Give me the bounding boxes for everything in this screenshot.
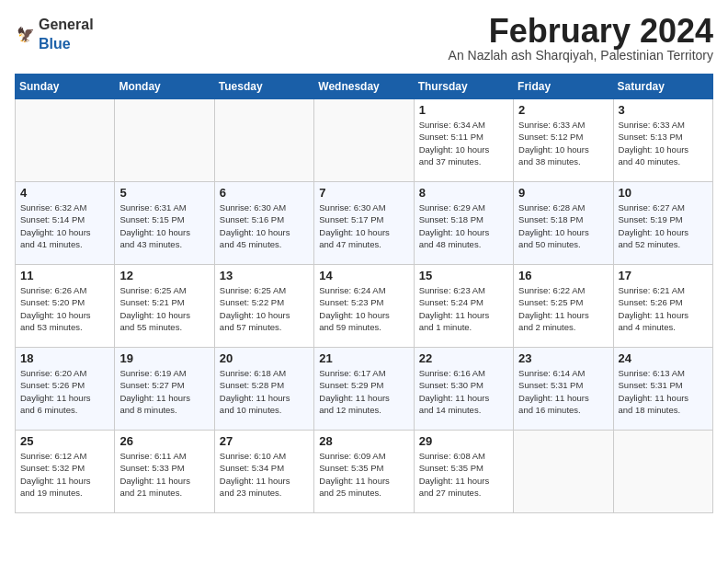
calendar-cell	[514, 431, 613, 513]
day-header-friday: Friday	[514, 75, 613, 99]
calendar-week-1: 1Sunrise: 6:34 AM Sunset: 5:11 PM Daylig…	[16, 99, 713, 182]
day-number: 2	[518, 103, 608, 117]
calendar-cell: 6Sunrise: 6:30 AM Sunset: 5:16 PM Daylig…	[214, 182, 313, 265]
day-info: Sunrise: 6:19 AM Sunset: 5:27 PM Dayligh…	[119, 367, 209, 416]
day-number: 3	[619, 103, 708, 117]
day-number: 9	[518, 186, 608, 200]
day-number: 21	[319, 351, 408, 365]
day-info: Sunrise: 6:23 AM Sunset: 5:24 PM Dayligh…	[419, 284, 508, 333]
calendar-cell: 1Sunrise: 6:34 AM Sunset: 5:11 PM Daylig…	[414, 99, 513, 182]
day-number: 24	[619, 351, 708, 365]
day-info: Sunrise: 6:34 AM Sunset: 5:11 PM Dayligh…	[419, 119, 508, 167]
calendar-cell: 7Sunrise: 6:30 AM Sunset: 5:17 PM Daylig…	[314, 182, 414, 265]
calendar-cell: 23Sunrise: 6:14 AM Sunset: 5:31 PM Dayli…	[514, 348, 613, 431]
day-header-tuesday: Tuesday	[214, 75, 313, 99]
calendar-cell	[314, 99, 414, 182]
calendar-cell: 22Sunrise: 6:16 AM Sunset: 5:30 PM Dayli…	[414, 348, 513, 431]
day-info: Sunrise: 6:30 AM Sunset: 5:17 PM Dayligh…	[319, 201, 408, 250]
svg-text:🦅: 🦅	[17, 26, 35, 43]
day-number: 26	[119, 434, 209, 448]
day-header-thursday: Thursday	[414, 75, 513, 99]
calendar-cell: 29Sunrise: 6:08 AM Sunset: 5:35 PM Dayli…	[414, 431, 513, 513]
day-info: Sunrise: 6:18 AM Sunset: 5:28 PM Dayligh…	[220, 367, 309, 416]
calendar-cell: 27Sunrise: 6:10 AM Sunset: 5:34 PM Dayli…	[214, 431, 313, 513]
day-info: Sunrise: 6:31 AM Sunset: 5:15 PM Dayligh…	[119, 201, 209, 250]
day-number: 23	[518, 351, 608, 365]
day-header-wednesday: Wednesday	[314, 75, 414, 99]
day-number: 29	[419, 434, 508, 448]
calendar-week-4: 18Sunrise: 6:20 AM Sunset: 5:26 PM Dayli…	[16, 348, 713, 431]
day-info: Sunrise: 6:25 AM Sunset: 5:22 PM Dayligh…	[220, 284, 309, 333]
calendar-cell: 5Sunrise: 6:31 AM Sunset: 5:15 PM Daylig…	[115, 182, 214, 265]
calendar-cell: 10Sunrise: 6:27 AM Sunset: 5:19 PM Dayli…	[613, 182, 712, 265]
day-number: 16	[518, 269, 608, 282]
day-info: Sunrise: 6:08 AM Sunset: 5:35 PM Dayligh…	[419, 450, 508, 499]
calendar-cell: 25Sunrise: 6:12 AM Sunset: 5:32 PM Dayli…	[16, 431, 115, 513]
day-info: Sunrise: 6:10 AM Sunset: 5:34 PM Dayligh…	[220, 450, 309, 499]
calendar-cell: 3Sunrise: 6:33 AM Sunset: 5:13 PM Daylig…	[613, 99, 712, 182]
calendar-cell: 17Sunrise: 6:21 AM Sunset: 5:26 PM Dayli…	[613, 265, 712, 348]
day-number: 15	[419, 269, 508, 282]
day-info: Sunrise: 6:24 AM Sunset: 5:23 PM Dayligh…	[319, 284, 408, 333]
day-info: Sunrise: 6:33 AM Sunset: 5:12 PM Dayligh…	[518, 119, 608, 167]
day-number: 20	[220, 351, 309, 365]
calendar-cell: 14Sunrise: 6:24 AM Sunset: 5:23 PM Dayli…	[314, 265, 414, 348]
day-number: 13	[220, 269, 309, 282]
calendar-cell: 11Sunrise: 6:26 AM Sunset: 5:20 PM Dayli…	[16, 265, 115, 348]
header: 🦅 General Blue February 2024 An Nazlah a…	[15, 15, 713, 70]
day-number: 6	[220, 186, 309, 200]
day-number: 25	[20, 434, 109, 448]
day-info: Sunrise: 6:17 AM Sunset: 5:29 PM Dayligh…	[319, 367, 408, 416]
day-number: 18	[20, 351, 109, 365]
day-number: 22	[419, 351, 508, 365]
calendar-cell: 26Sunrise: 6:11 AM Sunset: 5:33 PM Dayli…	[115, 431, 214, 513]
day-header-sunday: Sunday	[16, 75, 115, 99]
calendar-cell	[214, 99, 313, 182]
day-info: Sunrise: 6:13 AM Sunset: 5:31 PM Dayligh…	[619, 367, 708, 416]
day-info: Sunrise: 6:28 AM Sunset: 5:18 PM Dayligh…	[518, 201, 608, 250]
calendar-cell: 12Sunrise: 6:25 AM Sunset: 5:21 PM Dayli…	[115, 265, 214, 348]
day-info: Sunrise: 6:12 AM Sunset: 5:32 PM Dayligh…	[20, 450, 109, 499]
day-info: Sunrise: 6:20 AM Sunset: 5:26 PM Dayligh…	[20, 367, 109, 416]
calendar-cell: 13Sunrise: 6:25 AM Sunset: 5:22 PM Dayli…	[214, 265, 313, 348]
day-info: Sunrise: 6:14 AM Sunset: 5:31 PM Dayligh…	[518, 367, 608, 416]
day-info: Sunrise: 6:33 AM Sunset: 5:13 PM Dayligh…	[619, 119, 708, 167]
calendar-header-row: SundayMondayTuesdayWednesdayThursdayFrid…	[16, 75, 713, 99]
logo-icon: 🦅	[17, 23, 39, 45]
day-number: 19	[119, 351, 209, 365]
calendar-cell: 8Sunrise: 6:29 AM Sunset: 5:18 PM Daylig…	[414, 182, 513, 265]
day-info: Sunrise: 6:11 AM Sunset: 5:33 PM Dayligh…	[119, 450, 209, 499]
calendar-cell: 2Sunrise: 6:33 AM Sunset: 5:12 PM Daylig…	[514, 99, 613, 182]
calendar-cell: 15Sunrise: 6:23 AM Sunset: 5:24 PM Dayli…	[414, 265, 513, 348]
calendar-cell: 24Sunrise: 6:13 AM Sunset: 5:31 PM Dayli…	[613, 348, 712, 431]
calendar-week-3: 11Sunrise: 6:26 AM Sunset: 5:20 PM Dayli…	[16, 265, 713, 348]
day-number: 8	[419, 186, 508, 200]
logo-blue-text: Blue	[39, 36, 71, 52]
day-number: 1	[419, 103, 508, 117]
calendar-cell: 4Sunrise: 6:32 AM Sunset: 5:14 PM Daylig…	[16, 182, 115, 265]
day-info: Sunrise: 6:25 AM Sunset: 5:21 PM Dayligh…	[119, 284, 209, 333]
month-title: February 2024	[449, 15, 713, 48]
calendar-week-2: 4Sunrise: 6:32 AM Sunset: 5:14 PM Daylig…	[16, 182, 713, 265]
calendar-cell	[613, 431, 712, 513]
day-number: 10	[619, 186, 708, 200]
day-info: Sunrise: 6:09 AM Sunset: 5:35 PM Dayligh…	[319, 450, 408, 499]
location-subtitle: An Nazlah ash Sharqiyah, Palestinian Ter…	[449, 48, 713, 63]
day-info: Sunrise: 6:30 AM Sunset: 5:16 PM Dayligh…	[220, 201, 309, 250]
day-info: Sunrise: 6:22 AM Sunset: 5:25 PM Dayligh…	[518, 284, 608, 333]
day-info: Sunrise: 6:21 AM Sunset: 5:26 PM Dayligh…	[619, 284, 708, 333]
day-info: Sunrise: 6:29 AM Sunset: 5:18 PM Dayligh…	[419, 201, 508, 250]
calendar-week-5: 25Sunrise: 6:12 AM Sunset: 5:32 PM Dayli…	[16, 431, 713, 513]
logo-general-text: General	[39, 17, 94, 32]
day-number: 28	[319, 434, 408, 448]
day-info: Sunrise: 6:32 AM Sunset: 5:14 PM Dayligh…	[20, 201, 109, 250]
day-number: 14	[319, 269, 408, 282]
day-number: 5	[119, 186, 209, 200]
calendar-cell: 20Sunrise: 6:18 AM Sunset: 5:28 PM Dayli…	[214, 348, 313, 431]
calendar-cell: 9Sunrise: 6:28 AM Sunset: 5:18 PM Daylig…	[514, 182, 613, 265]
logo: 🦅 General Blue	[15, 15, 94, 53]
day-info: Sunrise: 6:26 AM Sunset: 5:20 PM Dayligh…	[20, 284, 109, 333]
day-number: 4	[20, 186, 109, 200]
day-number: 27	[220, 434, 309, 448]
day-header-monday: Monday	[115, 75, 214, 99]
